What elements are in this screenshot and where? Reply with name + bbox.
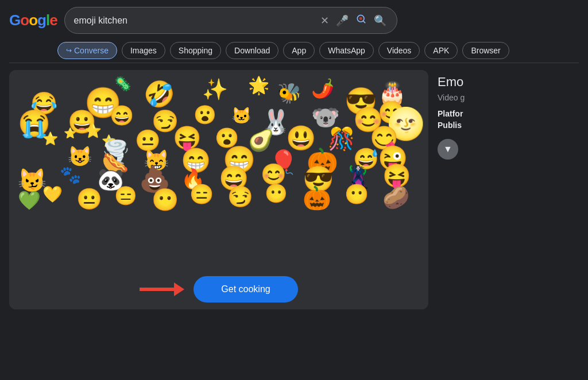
svg-point-1: [359, 17, 362, 20]
emoji-item: 🦠: [114, 77, 131, 91]
emoji-item: 🐾: [60, 166, 81, 184]
emoji-item: 😶: [345, 184, 369, 204]
filter-chip-label: WhatsApp: [328, 46, 365, 55]
emoji-item: 😮: [194, 106, 216, 124]
filter-chip-label: APK: [433, 46, 449, 55]
arrow-head: [174, 282, 184, 296]
clear-icon: ✕: [320, 14, 329, 27]
emoji-item: 😏: [227, 187, 253, 207]
emoji-item: 😺: [68, 146, 92, 166]
emoji-item: 😼: [18, 169, 47, 192]
emoji-item: 🥔: [382, 187, 409, 208]
filter-chip-whatsapp[interactable]: WhatsApp: [319, 42, 374, 59]
emoji-item: 😑: [189, 184, 214, 204]
filter-chip-browser[interactable]: Browser: [462, 42, 509, 59]
emoji-item: ⭐: [84, 124, 102, 138]
emoji-item: 😄: [110, 106, 134, 125]
emoji-item: 😐: [135, 130, 161, 151]
search-input[interactable]: [74, 15, 315, 26]
arrow-indicator: [140, 282, 184, 296]
header: Google ✕ 🎤 🔍: [0, 0, 588, 38]
mic-button[interactable]: 🎤: [335, 13, 350, 28]
emoji-item: 😝: [382, 164, 411, 187]
filter-chip-label: Converse: [74, 46, 109, 55]
emoji-display: 😂😁🤣✨🌟🐝🌶️😎🎂😊🦠😭😀😄😏😮🐱🐰🐨😊🌝⭐⭐⭐⭐😐😝😮🥑😃🎊😋🌪️😺🌭😸😁😁…: [9, 70, 428, 294]
emoji-item: 🎃: [303, 187, 331, 210]
filter-chip-download[interactable]: Download: [226, 42, 278, 59]
emoji-item: 🐝: [277, 83, 301, 103]
search-magnifier-icon: 🔍: [374, 14, 386, 27]
emoji-item: ⭐: [64, 128, 76, 138]
filter-chip-images[interactable]: Images: [122, 42, 165, 59]
search-bar: ✕ 🎤 🔍: [64, 7, 397, 34]
filter-chip-converse[interactable]: ↪Converse: [57, 42, 117, 59]
emoji-item: 🐱: [231, 108, 252, 124]
emoji-kitchen-card: 😂😁🤣✨🌟🐝🌶️😎🎂😊🦠😭😀😄😏😮🐱🐰🐨😊🌝⭐⭐⭐⭐😐😝😮🥑😃🎊😋🌪️😺🌭😸😁😁…: [9, 70, 428, 309]
filter-chip-label: Images: [130, 46, 157, 55]
filter-chip-label: Download: [234, 46, 270, 55]
lens-button[interactable]: [354, 12, 368, 29]
emoji-item: 😝: [173, 126, 202, 149]
scroll-down-button[interactable]: ▼: [438, 139, 458, 160]
mic-icon: 🎤: [336, 14, 349, 27]
filter-chip-apk[interactable]: APK: [424, 42, 458, 59]
panel-platform: Platfor: [438, 109, 579, 118]
emoji-item: 💛: [42, 187, 63, 203]
arrow-shaft: [140, 288, 174, 291]
panel-publisher: Publis: [438, 121, 579, 130]
emoji-item: ⭐: [42, 133, 58, 145]
emoji-item: 😐: [76, 189, 102, 210]
emoji-item: 😊: [261, 164, 287, 185]
get-cooking-area: Get cooking: [9, 269, 428, 309]
panel-title: Emo: [438, 75, 579, 90]
emoji-item: ✨: [202, 79, 228, 100]
search-button[interactable]: 🔍: [373, 13, 388, 28]
emoji-item: 💚: [18, 191, 41, 210]
panel-subtitle: Video g: [438, 93, 579, 102]
get-cooking-button[interactable]: Get cooking: [194, 276, 297, 303]
filter-chip-label: Videos: [387, 46, 412, 55]
chevron-down-icon: ▼: [443, 144, 452, 154]
emoji-item: 🌶️: [311, 79, 334, 98]
lens-icon: [355, 13, 367, 28]
emoji-item: 😶: [265, 184, 288, 203]
clear-button[interactable]: ✕: [319, 13, 330, 28]
emoji-item: 😶: [152, 189, 179, 211]
emoji-item: 🌟: [248, 77, 269, 94]
filter-chip-app[interactable]: App: [283, 42, 315, 59]
right-panel: Emo Video g Platfor Publis ▼: [438, 70, 579, 309]
emoji-item: 🤣: [144, 82, 175, 107]
filter-chip-label: Browser: [471, 46, 500, 55]
emoji-item: 😑: [114, 187, 137, 205]
search-icons: ✕ 🎤 🔍: [319, 12, 388, 29]
google-logo: Google: [9, 11, 57, 29]
filter-chip-shopping[interactable]: Shopping: [170, 42, 221, 59]
converse-arrow-icon: ↪: [66, 46, 72, 55]
filter-chip-label: App: [292, 46, 306, 55]
filter-chip-videos[interactable]: Videos: [378, 42, 420, 59]
search-filters: ↪ConverseImagesShoppingDownloadAppWhatsA…: [0, 38, 588, 63]
main-content: 😂😁🤣✨🌟🐝🌶️😎🎂😊🦠😭😀😄😏😮🐱🐰🐨😊🌝⭐⭐⭐⭐😐😝😮🥑😃🎊😋🌪️😺🌭😸😁😁…: [0, 63, 588, 316]
filter-chip-label: Shopping: [179, 46, 212, 55]
